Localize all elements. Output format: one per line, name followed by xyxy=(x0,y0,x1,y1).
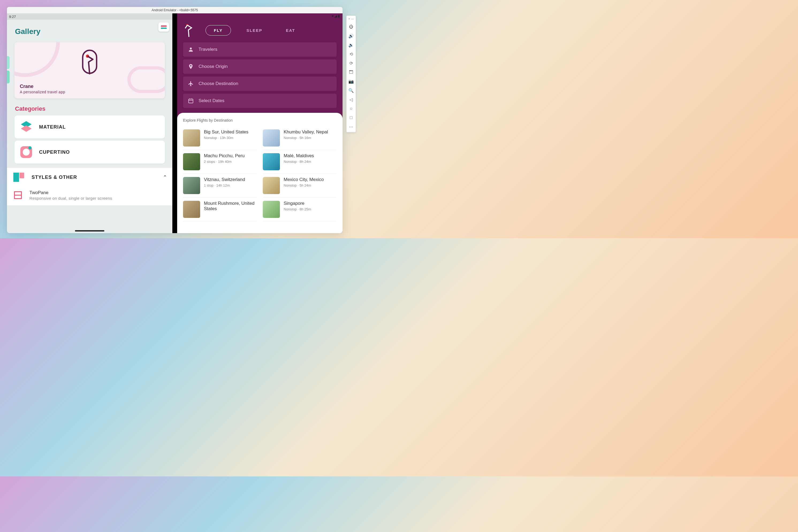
toggle-bar-icon xyxy=(161,27,167,29)
destination-meta: Nonstop · 5h 16m xyxy=(284,136,328,140)
styles-item-title: TwoPane xyxy=(30,190,112,195)
field-label: Choose Destination xyxy=(199,81,238,87)
destination-text: Machu Picchu, Peru2 stops · 19h 40m xyxy=(204,153,244,170)
svg-marker-3 xyxy=(21,126,32,132)
field-dates[interactable]: Select Dates xyxy=(183,94,337,108)
emulator-toolbar: × — ⏻ 🔊 🔉 ⟲ ⟳ 🗔 📷 🔍 ◁ ○ □ ⋯ xyxy=(346,16,356,132)
crane-logo-icon xyxy=(80,49,99,79)
rotate-right-icon[interactable]: ⟳ xyxy=(347,59,355,68)
destination-text: Vitznau, Switzerland1 stop · 14h 12m xyxy=(204,177,245,194)
crane-card-title: Crane xyxy=(20,84,65,89)
svg-rect-8 xyxy=(20,173,24,178)
destination-name: Big Sur, United States xyxy=(204,129,248,135)
categories-heading: Categories xyxy=(15,105,164,112)
window-title: Android Emulator - <build>:5575 xyxy=(152,8,198,12)
styles-item-text: TwoPane Responsive on dual, single or la… xyxy=(30,190,112,201)
edge-tabs xyxy=(7,56,10,85)
close-icon[interactable]: × xyxy=(348,17,350,20)
destination-name: Mount Rushmore, United States xyxy=(204,201,257,212)
crane-feature-card[interactable]: Crane A personalized travel app xyxy=(15,42,165,98)
overview-icon[interactable]: □ xyxy=(347,113,355,122)
gallery-title: Gallery xyxy=(7,20,173,38)
more-icon[interactable]: ⋯ xyxy=(347,122,355,131)
destination-item[interactable]: Vitznau, Switzerland1 stop · 14h 12m xyxy=(183,174,257,197)
destination-name: Singapore xyxy=(284,201,311,206)
destination-item[interactable]: Khumbu Valley, NepalNonstop · 5h 16m xyxy=(263,126,337,150)
category-label: CUPERTINO xyxy=(39,149,70,155)
nav-handle[interactable] xyxy=(75,230,104,231)
volume-down-icon[interactable]: 🔉 xyxy=(347,41,355,49)
window-titlebar: Android Emulator - <build>:5575 xyxy=(7,7,343,13)
svg-rect-7 xyxy=(13,173,19,182)
destination-item[interactable]: Malé, MaldivesNonstop · 8h 24m xyxy=(263,150,337,174)
zoom-icon[interactable]: 🔍 xyxy=(347,86,355,95)
field-travelers[interactable]: Travelers xyxy=(183,42,337,57)
destination-name: Vitznau, Switzerland xyxy=(204,177,245,182)
emulator-body: 9:27 Gallery xyxy=(7,13,343,233)
screenshot-folder-icon[interactable]: 🗔 xyxy=(347,68,355,76)
pane-crane-app: ▾ ◢ ▮ FLY SLEEP EAT xyxy=(177,13,343,233)
svg-point-12 xyxy=(190,48,192,50)
destination-text: Khumbu Valley, NepalNonstop · 5h 16m xyxy=(284,129,328,147)
explore-heading: Explore Flights by Destination xyxy=(183,118,337,122)
crane-topbar: FLY SLEEP EAT xyxy=(177,19,343,42)
status-time: 9:27 xyxy=(9,15,16,19)
field-origin[interactable]: Choose Origin xyxy=(183,59,337,74)
styles-item-subtitle: Responsive on dual, single or larger scr… xyxy=(30,196,112,201)
tab-fly[interactable]: FLY xyxy=(205,25,231,36)
minimize-icon[interactable]: — xyxy=(351,17,354,20)
volume-up-icon[interactable]: 🔊 xyxy=(347,32,355,40)
toolbar-window-controls: × — xyxy=(347,17,355,21)
toggle-bar-icon xyxy=(161,25,167,27)
styles-header[interactable]: STYLES & OTHER ⌃ xyxy=(7,168,173,187)
camera-icon[interactable]: 📷 xyxy=(347,77,355,86)
destination-text: Malé, MaldivesNonstop · 8h 24m xyxy=(284,153,314,170)
destination-meta: Nonstop · 13h 30m xyxy=(204,136,248,140)
destination-meta: Nonstop · 8h 25m xyxy=(284,207,311,211)
power-icon[interactable]: ⏻ xyxy=(347,22,355,31)
destination-item[interactable]: Big Sur, United StatesNonstop · 13h 30m xyxy=(183,126,257,150)
destination-image xyxy=(263,129,280,147)
category-label: MATERIAL xyxy=(39,124,66,130)
destination-item[interactable]: Mount Rushmore, United States xyxy=(183,197,257,221)
destination-text: Mexico City, MexicoNonstop · 5h 24m xyxy=(284,177,324,194)
destination-image xyxy=(263,201,280,218)
location-icon xyxy=(188,64,194,70)
destination-name: Mexico City, Mexico xyxy=(284,177,324,182)
destination-image xyxy=(183,129,200,147)
destination-item[interactable]: Mexico City, MexicoNonstop · 5h 24m xyxy=(263,174,337,197)
signal-icon: ◢ xyxy=(334,14,337,18)
tab-sleep[interactable]: SLEEP xyxy=(238,25,270,35)
crane-logo-icon xyxy=(184,23,194,37)
crane-card-text: Crane A personalized travel app xyxy=(20,84,65,94)
field-destination[interactable]: Choose Destination xyxy=(183,76,337,91)
wifi-icon: ▾ xyxy=(332,14,333,18)
twopane-icon xyxy=(13,191,22,200)
emulator-window: Android Emulator - <build>:5575 9:27 Gal… xyxy=(7,7,343,233)
crane-tabs: FLY SLEEP EAT xyxy=(205,25,303,36)
category-material[interactable]: MATERIAL xyxy=(15,115,165,138)
svg-rect-13 xyxy=(189,99,193,103)
destination-image xyxy=(263,177,280,194)
field-label: Select Dates xyxy=(199,98,224,103)
settings-toggle[interactable] xyxy=(159,22,169,32)
styles-item-twopane[interactable]: TwoPane Responsive on dual, single or la… xyxy=(7,187,173,205)
material-icon xyxy=(19,120,33,134)
rotate-left-icon[interactable]: ⟲ xyxy=(347,50,355,58)
nav-handle[interactable] xyxy=(189,230,218,231)
explore-panel: Explore Flights by Destination Big Sur, … xyxy=(177,113,343,233)
field-label: Travelers xyxy=(199,47,217,52)
plane-icon xyxy=(188,81,194,87)
home-icon[interactable]: ○ xyxy=(347,104,355,113)
back-icon[interactable]: ◁ xyxy=(347,95,355,104)
destination-meta: 2 stops · 19h 40m xyxy=(204,159,244,164)
field-label: Choose Origin xyxy=(199,64,228,69)
destination-item[interactable]: SingaporeNonstop · 8h 25m xyxy=(263,197,337,221)
edge-tab[interactable] xyxy=(7,71,10,83)
destination-item[interactable]: Machu Picchu, Peru2 stops · 19h 40m xyxy=(183,150,257,174)
pane-gallery: 9:27 Gallery xyxy=(7,13,173,233)
tab-eat[interactable]: EAT xyxy=(278,25,303,35)
edge-tab[interactable] xyxy=(7,56,10,69)
category-cupertino[interactable]: CUPERTINO xyxy=(15,140,165,164)
split-divider[interactable] xyxy=(173,13,177,233)
